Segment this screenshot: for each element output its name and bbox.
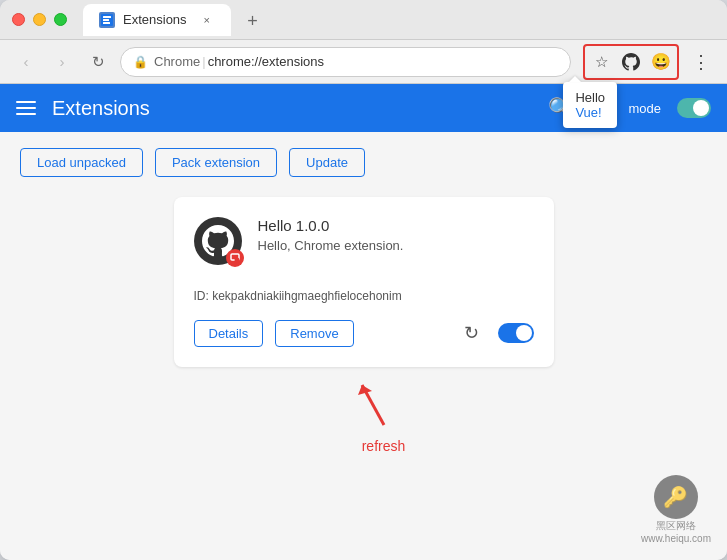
load-unpacked-button[interactable]: Load unpacked xyxy=(20,148,143,177)
github-extension-button[interactable] xyxy=(617,48,645,76)
arrow-annotation: refresh xyxy=(354,375,414,454)
extension-enable-toggle[interactable] xyxy=(498,323,534,343)
toolbar-icons-group: ☆ 😀 Hello Vue! xyxy=(583,44,679,80)
svg-rect-1 xyxy=(103,16,111,18)
tab-title: Extensions xyxy=(123,12,187,27)
refresh-icon: ↻ xyxy=(464,322,479,344)
emoji-extension-button[interactable]: 😀 xyxy=(647,48,675,76)
more-menu-button[interactable]: ⋮ xyxy=(687,48,715,76)
watermark-line1: 黑区网络 xyxy=(656,519,696,533)
watermark-symbol: 🔑 xyxy=(663,485,688,509)
nav-bar: ‹ › ↻ 🔒 Chrome | chrome://extensions ☆ xyxy=(0,40,727,84)
tab-area: Extensions × + xyxy=(83,4,715,36)
extension-name-version: Hello 1.0.0 xyxy=(258,217,404,234)
tab-close-button[interactable]: × xyxy=(199,12,215,28)
title-bar: Extensions × + xyxy=(0,0,727,40)
github-icon xyxy=(622,53,640,71)
watermark: 🔑 黑区网络 www.heiqu.com xyxy=(641,475,711,544)
remove-button[interactable]: Remove xyxy=(275,320,353,347)
refresh-label: refresh xyxy=(354,438,414,454)
active-tab[interactable]: Extensions × xyxy=(83,4,231,36)
maximize-button[interactable] xyxy=(54,13,67,26)
address-separator: | xyxy=(202,54,205,69)
tooltip-line2: Vue! xyxy=(575,105,605,120)
extension-badge xyxy=(226,249,244,267)
extension-card-footer: Details Remove ↻ xyxy=(194,319,534,347)
extension-card-header: Hello 1.0.0 Hello, Chrome extension. xyxy=(194,217,534,265)
tab-favicon xyxy=(99,12,115,28)
hamburger-line xyxy=(16,113,36,115)
hamburger-line xyxy=(16,107,36,109)
address-lock-icon: 🔒 xyxy=(133,55,148,69)
update-button[interactable]: Update xyxy=(289,148,365,177)
details-button[interactable]: Details xyxy=(194,320,264,347)
tooltip-line1: Hello xyxy=(575,90,605,105)
annotation-area: refresh xyxy=(20,375,707,455)
extension-version: 1.0.0 xyxy=(296,217,329,234)
extension-info: Hello 1.0.0 Hello, Chrome extension. xyxy=(258,217,404,253)
address-chrome: Chrome xyxy=(154,54,200,69)
extensions-title: Extensions xyxy=(52,97,532,120)
extension-tooltip: Hello Vue! xyxy=(563,82,617,128)
extension-name: Hello xyxy=(258,217,292,234)
traffic-lights xyxy=(12,13,67,26)
extension-description: Hello, Chrome extension. xyxy=(258,238,404,253)
watermark-line2: www.heiqu.com xyxy=(641,533,711,544)
minimize-button[interactable] xyxy=(33,13,46,26)
pack-extension-button[interactable]: Pack extension xyxy=(155,148,277,177)
close-button[interactable] xyxy=(12,13,25,26)
action-buttons-row: Load unpacked Pack extension Update xyxy=(20,148,707,177)
hamburger-menu[interactable] xyxy=(16,101,36,115)
browser-window: Extensions × + ‹ › ↻ 🔒 Chrome | chrome:/… xyxy=(0,0,727,560)
extension-id-label: ID: xyxy=(194,289,209,303)
address-text: Chrome | chrome://extensions xyxy=(154,54,324,69)
hamburger-line xyxy=(16,101,36,103)
bookmark-icon: ☆ xyxy=(595,53,608,71)
dev-mode-toggle[interactable] xyxy=(677,98,711,118)
svg-rect-3 xyxy=(103,22,110,24)
extension-card: Hello 1.0.0 Hello, Chrome extension. ID:… xyxy=(174,197,554,367)
content-area: Load unpacked Pack extension Update xyxy=(0,132,727,560)
extensions-header: Extensions 🔍 Dev mode xyxy=(0,84,727,132)
address-bar[interactable]: 🔒 Chrome | chrome://extensions xyxy=(120,47,571,77)
extension-id: ID: kekpakdniakiihgmaeghfielocehonim xyxy=(194,285,534,303)
extension-refresh-button[interactable]: ↻ xyxy=(458,319,486,347)
dev-mode-suffix: mode xyxy=(628,101,661,116)
new-tab-button[interactable]: + xyxy=(239,8,267,36)
back-button[interactable]: ‹ xyxy=(12,48,40,76)
address-path: chrome://extensions xyxy=(208,54,324,69)
bookmark-icon-button[interactable]: ☆ xyxy=(587,48,615,76)
refresh-nav-button[interactable]: ↻ xyxy=(84,48,112,76)
emoji-icon: 😀 xyxy=(651,52,671,71)
forward-button[interactable]: › xyxy=(48,48,76,76)
watermark-icon: 🔑 xyxy=(654,475,698,519)
extension-id-value: kekpakdniakiihgmaeghfielocehonim xyxy=(212,289,401,303)
svg-point-5 xyxy=(234,258,239,263)
extension-avatar xyxy=(194,217,242,265)
arrow-svg xyxy=(354,375,414,430)
svg-rect-2 xyxy=(103,19,109,21)
